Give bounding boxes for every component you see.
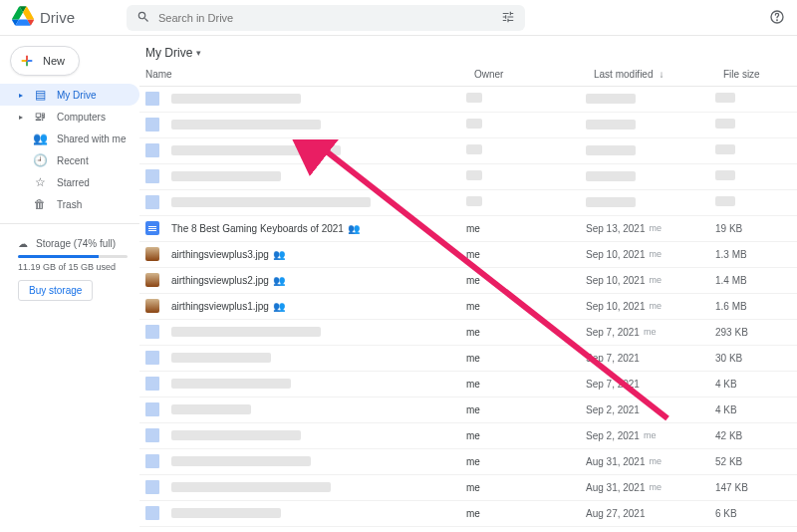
file-icon: [145, 454, 159, 468]
modified-date: Sep 2, 2021: [586, 404, 640, 415]
file-icon: [145, 351, 159, 365]
new-button[interactable]: New: [10, 46, 80, 76]
owner: me: [466, 275, 480, 286]
file-name: airthingsviewplus3.jpg: [171, 249, 269, 260]
file-row[interactable]: meSep 7, 20214 KB: [139, 372, 797, 398]
image-icon: [145, 299, 159, 313]
expand-icon: ▸: [18, 113, 23, 122]
col-size[interactable]: File size: [723, 69, 797, 80]
file-row[interactable]: meAug 27, 20216 KB: [139, 501, 797, 527]
col-name[interactable]: Name: [145, 69, 474, 80]
file-row[interactable]: meAug 31, 2021 me52 KB: [139, 449, 797, 475]
plus-icon: [19, 53, 35, 69]
file-row[interactable]: [139, 113, 797, 138]
file-row[interactable]: meSep 2, 2021 me42 KB: [139, 423, 797, 449]
sidebar-item-starred[interactable]: ☆Starred: [0, 171, 139, 193]
owner: me: [466, 482, 480, 493]
search-bar[interactable]: [127, 5, 525, 31]
file-size: 30 KB: [715, 353, 742, 364]
svg-point-1: [777, 20, 778, 21]
new-label: New: [43, 55, 65, 67]
file-row[interactable]: meAug 31, 2021 me147 KB: [139, 475, 797, 501]
file-row[interactable]: meSep 2, 20214 KB: [139, 398, 797, 423]
modified-date: Sep 10, 2021: [586, 301, 646, 312]
file-icon: [145, 480, 159, 494]
storage-section: ☁ Storage (74% full) 11.19 GB of 15 GB u…: [0, 238, 139, 301]
app-name: Drive: [40, 9, 75, 26]
modified-date: Sep 10, 2021: [586, 275, 646, 286]
file-size: 147 KB: [715, 482, 748, 493]
sidebar-item-shared-with-me[interactable]: 👥Shared with me: [0, 128, 139, 149]
owner: me: [466, 249, 480, 260]
file-row[interactable]: airthingsviewplus1.jpg 👥meSep 10, 2021 m…: [139, 294, 797, 320]
header: Drive: [0, 0, 797, 36]
drive-logo-icon: [12, 5, 34, 30]
nav-label: My Drive: [57, 90, 96, 101]
modified-date: Sep 7, 2021: [586, 379, 640, 390]
owner: me: [466, 353, 480, 364]
storage-text: 11.19 GB of 15 GB used: [18, 262, 128, 272]
file-icon: [145, 377, 159, 391]
logo[interactable]: Drive: [12, 5, 75, 30]
file-icon: [145, 428, 159, 442]
shared-icon: 👥: [273, 301, 285, 312]
file-row[interactable]: [139, 138, 797, 164]
shared-icon: 👥: [273, 249, 285, 260]
file-row[interactable]: [139, 164, 797, 190]
modified-date: Sep 2, 2021: [586, 430, 640, 441]
file-row[interactable]: meSep 7, 202130 KB: [139, 346, 797, 372]
file-size: 6 KB: [715, 508, 737, 519]
file-size: 19 KB: [715, 223, 742, 234]
file-size: 4 KB: [715, 379, 737, 390]
sidebar-item-my-drive[interactable]: ▸▤My Drive: [0, 84, 139, 106]
file-size: 52 KB: [715, 456, 742, 467]
owner: me: [466, 223, 480, 234]
column-headers: Name Owner Last modified ↓ File size: [139, 64, 797, 87]
breadcrumb[interactable]: My Drive ▾: [139, 36, 797, 64]
file-icon: [145, 325, 159, 339]
nav-icon: 👥: [33, 132, 47, 145]
buy-storage-button[interactable]: Buy storage: [18, 280, 93, 301]
search-input[interactable]: [158, 12, 493, 24]
storage-label[interactable]: ☁ Storage (74% full): [18, 238, 128, 249]
tune-icon[interactable]: [501, 10, 515, 26]
file-row[interactable]: airthingsviewplus3.jpg 👥meSep 10, 2021 m…: [139, 242, 797, 268]
file-name: airthingsviewplus2.jpg: [171, 275, 269, 286]
modified-date: Sep 13, 2021: [586, 223, 646, 234]
nav-icon: 🖳: [33, 110, 47, 124]
modified-date: Aug 31, 2021: [586, 456, 646, 467]
file-row[interactable]: [139, 190, 797, 216]
nav-label: Starred: [57, 177, 90, 188]
file-row[interactable]: airthingsviewplus2.jpg 👥meSep 10, 2021 m…: [139, 268, 797, 294]
owner: me: [466, 301, 480, 312]
owner: me: [466, 456, 480, 467]
file-row[interactable]: [139, 87, 797, 113]
modified-date: Sep 10, 2021: [586, 249, 646, 260]
nav-icon: ▤: [33, 88, 47, 102]
nav-icon: 🗑: [33, 197, 47, 211]
owner: me: [466, 508, 480, 519]
col-modified[interactable]: Last modified ↓: [594, 69, 723, 80]
chevron-down-icon: ▾: [196, 48, 201, 58]
file-row[interactable]: meSep 7, 2021 me293 KB: [139, 320, 797, 346]
help-icon[interactable]: [769, 9, 785, 27]
sidebar: New ▸▤My Drive▸🖳Computers👥Shared with me…: [0, 36, 139, 532]
col-owner[interactable]: Owner: [474, 69, 594, 80]
owner: me: [466, 379, 480, 390]
image-icon: [145, 247, 159, 261]
modified-date: Sep 7, 2021: [586, 327, 640, 338]
sidebar-item-computers[interactable]: ▸🖳Computers: [0, 106, 139, 128]
main: New ▸▤My Drive▸🖳Computers👥Shared with me…: [0, 36, 797, 532]
expand-icon: ▸: [18, 91, 23, 100]
file-row[interactable]: meAug 27, 2021 me72 KB: [139, 527, 797, 532]
nav-label: Recent: [57, 155, 89, 166]
file-icon: [145, 402, 159, 416]
sidebar-item-recent[interactable]: 🕘Recent: [0, 149, 139, 171]
sidebar-item-trash[interactable]: 🗑Trash: [0, 193, 139, 215]
file-icon: [145, 195, 159, 209]
file-icon: [145, 118, 159, 132]
file-size: 1.4 MB: [715, 275, 747, 286]
file-size: 1.6 MB: [715, 301, 747, 312]
storage-bar: [18, 255, 128, 258]
file-row[interactable]: The 8 Best Gaming Keyboards of 2021 👥meS…: [139, 216, 797, 242]
